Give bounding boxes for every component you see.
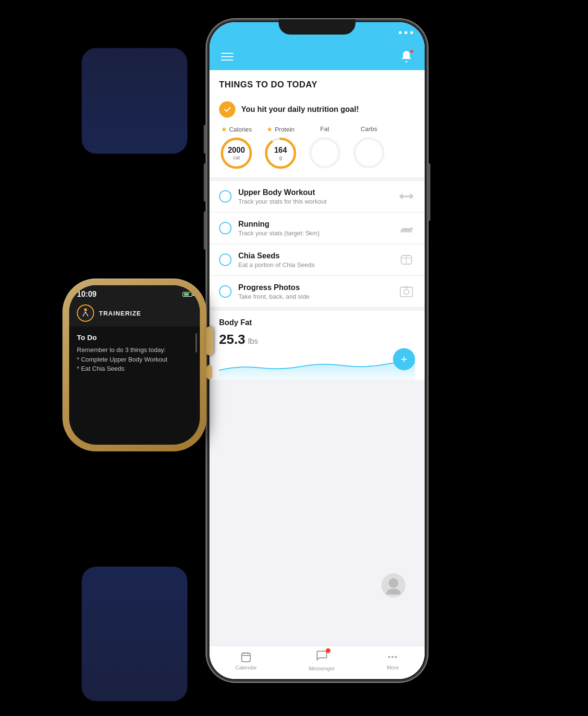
watch-crown	[206, 327, 213, 355]
carbs-label: Carbs	[361, 125, 378, 133]
svg-rect-9	[410, 194, 412, 199]
calendar-icon	[240, 651, 252, 663]
section-title: THINGS TO DO TODAY	[209, 70, 425, 95]
svg-point-23	[388, 656, 390, 658]
todo-info-chia-seeds: Chia Seeds Eat a portion of Chia Seeds	[238, 252, 391, 268]
menu-button[interactable]	[221, 53, 233, 61]
calories-star-icon: ★	[221, 125, 227, 133]
svg-point-16	[404, 290, 409, 295]
watch-scroll-indicator	[196, 333, 197, 352]
signal-icon	[399, 31, 402, 34]
watch-app-icon	[77, 304, 94, 322]
battery-icon	[410, 31, 413, 34]
protein-label: ★ Protein	[267, 125, 294, 133]
protein-star-icon: ★	[267, 125, 273, 133]
more-icon	[387, 651, 398, 663]
notification-badge	[409, 49, 414, 54]
svg-rect-11	[400, 231, 412, 232]
watch-todo-title: To Do	[77, 333, 192, 341]
more-label: More	[387, 665, 399, 670]
dumbbell-icon	[398, 188, 415, 205]
phone-notch	[279, 19, 355, 35]
shoe-icon	[398, 219, 415, 237]
watch-battery-icon	[183, 292, 192, 297]
svg-point-26	[84, 308, 87, 311]
goal-text: You hit your daily nutrition goal!	[241, 105, 359, 114]
messenger-badge	[326, 648, 331, 653]
watch-app-name: TRAINERIZE	[99, 310, 141, 317]
protein-stat: ★ Protein 164 g	[263, 125, 298, 170]
fat-ring	[307, 135, 342, 170]
body-fat-chart	[219, 351, 415, 380]
todo-info-upper-body: Upper Body Workout Track your stats for …	[238, 188, 391, 205]
add-body-fat-button[interactable]: +	[393, 348, 415, 370]
status-icons	[399, 31, 413, 34]
nutrition-goal-row: You hit your daily nutrition goal!	[219, 101, 415, 118]
svg-point-18	[389, 578, 398, 588]
watch-logo-area: TRAINERIZE	[69, 302, 200, 327]
main-content: THINGS TO DO TODAY You hit your daily nu…	[209, 70, 425, 645]
nutrition-card: You hit your daily nutrition goal! ★ Cal…	[209, 95, 425, 177]
messenger-label: Messenger	[309, 666, 335, 671]
todo-info-photos: Progress Photos Take front, back, and si…	[238, 283, 391, 300]
nutrition-stats: ★ Calories 2000 cal	[219, 125, 415, 170]
watch-screen: 10:09 TRAINERIZE	[69, 285, 200, 445]
watch-side-button	[207, 365, 212, 379]
svg-rect-17	[404, 286, 409, 288]
watch-time: 10:09	[77, 290, 97, 299]
watch-band-bottom	[82, 567, 187, 701]
carbs-ring	[352, 135, 386, 170]
photo-icon	[398, 283, 415, 300]
svg-rect-15	[400, 287, 412, 297]
watch-content: To Do Remember to do 3 things today: * C…	[69, 327, 200, 380]
protein-ring: 164 g	[263, 136, 298, 170]
phone-power-button	[428, 163, 430, 221]
nav-more[interactable]: More	[387, 651, 399, 670]
svg-rect-10	[403, 195, 410, 197]
watch-todo-body: Remember to do 3 things today: * Complet…	[77, 345, 192, 374]
nav-messenger[interactable]: Messenger	[309, 650, 335, 671]
watch-band-top	[82, 48, 187, 154]
calories-label: ★ Calories	[221, 125, 252, 133]
svg-point-5	[355, 138, 383, 167]
body-fat-card: Body Fat 25.3 lbs	[209, 311, 425, 380]
wifi-icon	[404, 31, 407, 34]
svg-rect-8	[401, 194, 403, 199]
carbs-stat: Carbs	[352, 125, 386, 170]
svg-rect-19	[242, 653, 250, 662]
todo-chia-seeds[interactable]: Chia Seeds Eat a portion of Chia Seeds	[209, 244, 425, 275]
watch-mockup: 10:09 TRAINERIZE	[29, 134, 240, 595]
fat-stat: Fat	[307, 125, 342, 170]
calendar-label: Calendar	[235, 665, 257, 670]
bottom-navigation: Calendar Messenger More	[209, 645, 425, 679]
watch-status-bar: 10:09	[69, 285, 200, 302]
top-navigation	[209, 43, 425, 70]
fat-label: Fat	[320, 125, 330, 133]
svg-point-24	[392, 656, 393, 658]
todo-running[interactable]: Running Track your stats (target: 5km)	[209, 213, 425, 243]
protein-value: 164 g	[274, 146, 287, 160]
nav-calendar[interactable]: Calendar	[235, 651, 257, 670]
goal-check-icon	[219, 101, 235, 118]
todo-upper-body[interactable]: Upper Body Workout Track your stats for …	[209, 181, 425, 212]
food-icon	[398, 251, 415, 268]
phone-screen: THINGS TO DO TODAY You hit your daily nu…	[209, 22, 425, 679]
svg-point-25	[395, 656, 397, 658]
todo-info-running: Running Track your stats (target: 5km)	[238, 220, 391, 237]
svg-point-4	[310, 138, 339, 167]
watch-case: 10:09 TRAINERIZE	[62, 279, 207, 451]
todo-progress-photos[interactable]: Progress Photos Take front, back, and si…	[209, 276, 425, 307]
body-fat-unit: lbs	[248, 337, 258, 346]
notifications-button[interactable]	[400, 50, 413, 63]
